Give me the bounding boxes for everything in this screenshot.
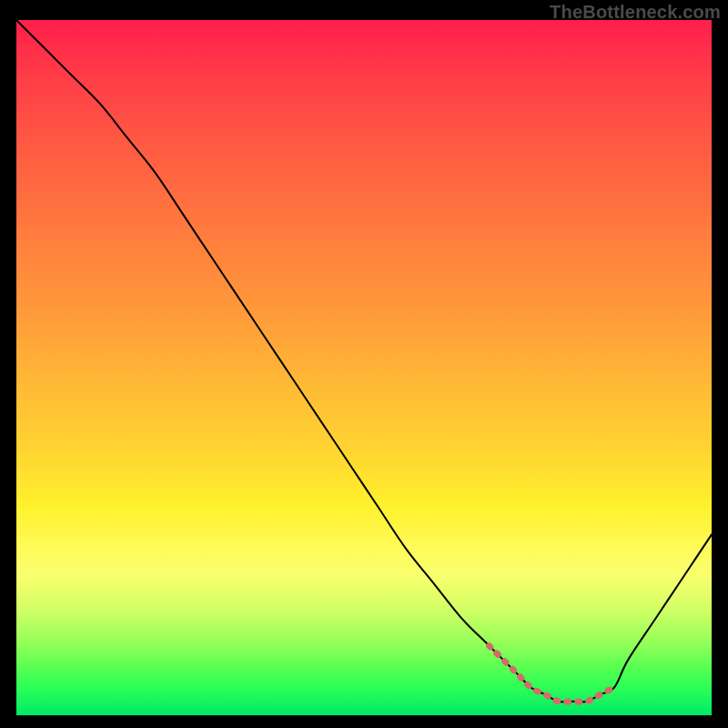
chart-curve-layer <box>16 20 712 715</box>
attribution-text: TheBottleneck.com <box>550 2 721 23</box>
bottleneck-curve <box>16 20 712 702</box>
chart-frame: TheBottleneck.com <box>0 0 728 728</box>
frame-border <box>0 715 728 728</box>
frame-border <box>0 0 16 728</box>
highlight-segment <box>490 646 615 703</box>
frame-border <box>712 0 728 728</box>
